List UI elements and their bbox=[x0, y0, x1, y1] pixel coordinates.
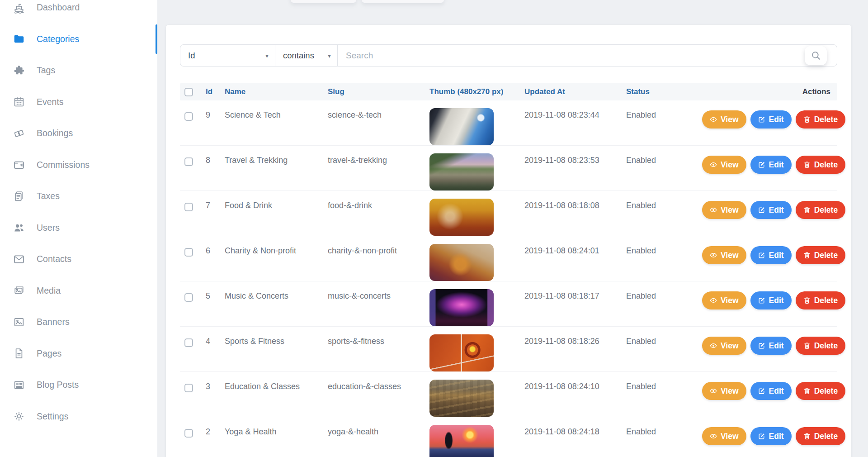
folder-icon bbox=[12, 32, 26, 46]
sidebar-item-events[interactable]: Events bbox=[0, 86, 157, 118]
trash-icon bbox=[803, 116, 811, 123]
view-button[interactable]: View bbox=[702, 291, 746, 309]
sidebar-item-dashboard[interactable]: Dashboard bbox=[0, 0, 157, 24]
view-button[interactable]: View bbox=[702, 246, 746, 264]
button-label: Edit bbox=[769, 160, 784, 170]
eye-icon bbox=[710, 387, 717, 395]
edit-button[interactable]: Edit bbox=[750, 291, 792, 309]
row-checkbox[interactable] bbox=[184, 429, 193, 438]
sidebar-item-label: Settings bbox=[37, 411, 68, 422]
row-checkbox-cell bbox=[180, 191, 206, 236]
search-button[interactable] bbox=[805, 46, 827, 65]
column-header-status[interactable]: Status bbox=[626, 87, 702, 96]
sidebar-item-tags[interactable]: Tags bbox=[0, 55, 157, 86]
cutoff-button-1[interactable] bbox=[291, 0, 356, 3]
table-row: 5Music & Concertsmusic-&-concerts2019-11… bbox=[180, 281, 837, 327]
delete-button[interactable]: Delete bbox=[796, 337, 846, 355]
row-checkbox[interactable] bbox=[184, 112, 193, 121]
sidebar-item-contacts[interactable]: Contacts bbox=[0, 243, 157, 275]
view-button[interactable]: View bbox=[702, 110, 746, 129]
row-checkbox[interactable] bbox=[184, 338, 193, 347]
column-header-id[interactable]: Id bbox=[206, 87, 225, 96]
row-checkbox-cell bbox=[180, 372, 206, 417]
sidebar-item-label: Banners bbox=[37, 317, 70, 327]
button-label: View bbox=[721, 432, 739, 441]
sidebar-item-taxes[interactable]: Taxes bbox=[0, 181, 157, 212]
select-all-checkbox[interactable] bbox=[184, 88, 193, 96]
thumb-cell bbox=[429, 236, 524, 281]
documents-icon bbox=[12, 190, 26, 203]
status-badge: Enabled bbox=[626, 236, 702, 281]
column-header-name[interactable]: Name bbox=[225, 87, 328, 96]
gear-icon bbox=[12, 409, 26, 423]
sidebar-item-banners[interactable]: Banners bbox=[0, 306, 157, 338]
edit-button[interactable]: Edit bbox=[750, 110, 792, 129]
column-header-thumb[interactable]: Thumb (480x270 px) bbox=[429, 87, 524, 96]
cell-updated-at: 2019-11-08 08:24:01 bbox=[524, 236, 626, 281]
button-label: Delete bbox=[814, 160, 838, 170]
sidebar-item-users[interactable]: Users bbox=[0, 212, 157, 244]
delete-button[interactable]: Delete bbox=[796, 110, 846, 129]
sidebar-item-settings[interactable]: Settings bbox=[0, 401, 157, 433]
delete-button[interactable]: Delete bbox=[796, 427, 846, 445]
edit-icon bbox=[758, 116, 765, 123]
edit-button[interactable]: Edit bbox=[750, 427, 792, 445]
categories-table: Id Name Slug Thumb (480x270 px) Updated … bbox=[180, 83, 837, 457]
chevron-down-icon: ▾ bbox=[328, 52, 331, 59]
edit-button[interactable]: Edit bbox=[750, 337, 792, 355]
filter-field-select[interactable]: Id ▾ bbox=[180, 45, 275, 66]
button-label: Edit bbox=[769, 341, 784, 351]
view-button[interactable]: View bbox=[702, 337, 746, 355]
row-checkbox[interactable] bbox=[184, 293, 193, 302]
column-header-slug[interactable]: Slug bbox=[328, 87, 429, 96]
users-icon bbox=[12, 221, 26, 234]
sidebar-item-media[interactable]: Media bbox=[0, 275, 157, 307]
row-checkbox[interactable] bbox=[184, 248, 193, 257]
trash-icon bbox=[803, 161, 811, 168]
cell-updated-at: 2019-11-08 08:18:17 bbox=[524, 281, 626, 326]
eye-icon bbox=[710, 433, 717, 440]
view-button[interactable]: View bbox=[702, 427, 746, 445]
delete-button[interactable]: Delete bbox=[796, 201, 846, 219]
column-header-updated-at[interactable]: Updated At bbox=[524, 87, 626, 96]
edit-button[interactable]: Edit bbox=[750, 201, 792, 219]
sidebar-nav: DashboardCategoriesTagsEventsBookingsCom… bbox=[0, 0, 157, 432]
sidebar-item-bookings[interactable]: Bookings bbox=[0, 118, 157, 149]
button-label: Edit bbox=[769, 251, 784, 260]
delete-button[interactable]: Delete bbox=[796, 291, 846, 309]
eye-icon bbox=[710, 206, 717, 214]
app-root: DashboardCategoriesTagsEventsBookingsCom… bbox=[0, 0, 868, 457]
edit-button[interactable]: Edit bbox=[750, 156, 792, 174]
cell-name: Food & Drink bbox=[225, 191, 328, 236]
delete-button[interactable]: Delete bbox=[796, 246, 846, 264]
sidebar-item-pages[interactable]: Pages bbox=[0, 338, 157, 370]
cell-updated-at: 2019-11-08 08:18:26 bbox=[524, 327, 626, 371]
cutoff-button-2[interactable] bbox=[362, 0, 444, 3]
thumbnail-image bbox=[429, 108, 494, 145]
filter-operator-value: contains bbox=[283, 51, 314, 61]
status-badge: Enabled bbox=[626, 417, 702, 457]
row-checkbox[interactable] bbox=[184, 157, 193, 166]
filter-operator-select[interactable]: contains ▾ bbox=[275, 45, 338, 66]
table-body: 9Science & Techscience-&-tech2019-11-08 … bbox=[180, 100, 837, 457]
view-button[interactable]: View bbox=[702, 201, 746, 219]
edit-button[interactable]: Edit bbox=[750, 246, 792, 264]
row-checkbox[interactable] bbox=[184, 203, 193, 211]
delete-button[interactable]: Delete bbox=[796, 156, 846, 174]
edit-icon bbox=[758, 297, 765, 304]
view-button[interactable]: View bbox=[702, 156, 746, 174]
delete-button[interactable]: Delete bbox=[796, 382, 846, 400]
sidebar-item-categories[interactable]: Categories bbox=[0, 24, 157, 55]
sidebar-item-commissions[interactable]: Commissions bbox=[0, 149, 157, 181]
edit-button[interactable]: Edit bbox=[750, 382, 792, 400]
cell-updated-at: 2019-11-08 08:24:18 bbox=[524, 417, 626, 457]
filter-field-value: Id bbox=[188, 51, 195, 61]
thumb-cell bbox=[429, 100, 524, 145]
row-checkbox[interactable] bbox=[184, 384, 193, 392]
status-badge: Enabled bbox=[626, 100, 702, 145]
thumb-cell bbox=[429, 372, 524, 417]
sidebar-item-blog-posts[interactable]: Blog Posts bbox=[0, 369, 157, 401]
view-button[interactable]: View bbox=[702, 382, 746, 400]
search-input[interactable] bbox=[338, 45, 837, 66]
trash-icon bbox=[803, 297, 811, 304]
